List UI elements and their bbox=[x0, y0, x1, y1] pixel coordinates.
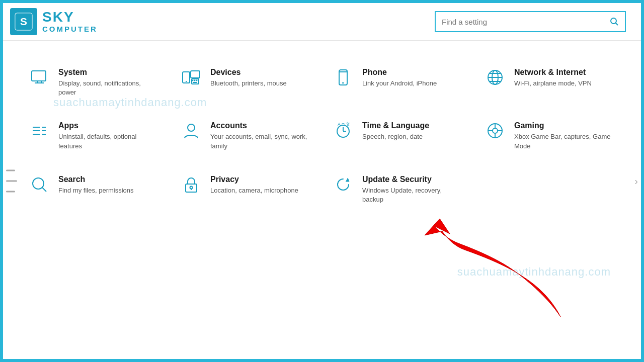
logo-sky-text: SKY bbox=[42, 10, 98, 25]
search-title: Search bbox=[58, 175, 134, 184]
svg-point-2 bbox=[611, 18, 616, 24]
privacy-title: Privacy bbox=[210, 175, 298, 184]
settings-item-privacy[interactable]: Privacy Location, camera, microphone bbox=[170, 163, 322, 216]
watermark-2: suachuamaytinhdanang.com bbox=[457, 265, 611, 279]
search-button[interactable] bbox=[604, 12, 625, 31]
system-desc: Display, sound, notifications, power bbox=[58, 79, 160, 97]
search-input[interactable] bbox=[436, 18, 604, 26]
svg-point-42 bbox=[33, 178, 44, 189]
apps-desc: Uninstall, defaults, optional features bbox=[58, 132, 160, 150]
settings-item-time[interactable]: A 文 Time & Language Speech, region, date bbox=[322, 109, 474, 162]
system-icon bbox=[28, 68, 50, 87]
svg-point-30 bbox=[188, 124, 195, 131]
search-box bbox=[435, 11, 626, 32]
svg-line-3 bbox=[616, 23, 618, 26]
search-settings-icon bbox=[28, 175, 50, 194]
network-title: Network & Internet bbox=[514, 68, 592, 77]
svg-rect-4 bbox=[32, 71, 46, 81]
network-icon bbox=[484, 68, 506, 87]
privacy-text: Privacy Location, camera, microphone bbox=[210, 175, 298, 195]
devices-title: Devices bbox=[210, 68, 287, 77]
settings-item-system[interactable]: System Display, sound, notifications, po… bbox=[18, 56, 170, 109]
gaming-text: Gaming Xbox Game Bar, captures, Game Mod… bbox=[514, 121, 616, 150]
time-title: Time & Language bbox=[362, 121, 429, 130]
search-desc: Find my files, permissions bbox=[58, 186, 134, 195]
svg-rect-44 bbox=[186, 184, 197, 192]
devices-desc: Bluetooth, printers, mouse bbox=[210, 79, 287, 88]
settings-item-phone[interactable]: Phone Link your Android, iPhone bbox=[322, 56, 474, 109]
update-desc: Windows Update, recovery, backup bbox=[362, 186, 464, 204]
phone-desc: Link your Android, iPhone bbox=[362, 79, 437, 88]
settings-item-network[interactable]: Network & Internet Wi-Fi, airplane mode,… bbox=[474, 56, 626, 109]
time-icon: A 文 bbox=[332, 121, 354, 140]
accounts-title: Accounts bbox=[210, 121, 312, 130]
system-title: System bbox=[58, 68, 160, 77]
logo-area: S SKY COMPUTER bbox=[10, 8, 98, 35]
settings-item-search[interactable]: Search Find my files, permissions bbox=[18, 163, 170, 216]
network-desc: Wi-Fi, airplane mode, VPN bbox=[514, 79, 592, 88]
phone-text: Phone Link your Android, iPhone bbox=[362, 68, 437, 88]
svg-text:文: 文 bbox=[346, 122, 350, 127]
settings-grid: System Display, sound, notifications, po… bbox=[3, 46, 641, 226]
logo-icon: S bbox=[10, 8, 37, 35]
update-title: Update & Security bbox=[362, 175, 464, 184]
search-text: Search Find my files, permissions bbox=[58, 175, 134, 195]
time-desc: Speech, region, date bbox=[362, 132, 429, 141]
apps-text: Apps Uninstall, defaults, optional featu… bbox=[58, 121, 160, 150]
system-text: System Display, sound, notifications, po… bbox=[58, 68, 160, 97]
devices-icon bbox=[180, 68, 202, 87]
update-icon bbox=[332, 175, 354, 194]
apps-icon bbox=[28, 121, 50, 140]
svg-text:A: A bbox=[338, 122, 341, 127]
left-dot-1 bbox=[6, 170, 15, 171]
accounts-desc: Your accounts, email, sync, work, family bbox=[210, 132, 312, 150]
time-text: Time & Language Speech, region, date bbox=[362, 121, 429, 141]
settings-item-update[interactable]: Update & Security Windows Update, recove… bbox=[322, 163, 474, 216]
svg-text:S: S bbox=[20, 16, 27, 27]
privacy-desc: Location, camera, microphone bbox=[210, 186, 298, 195]
logo-computer-text: COMPUTER bbox=[42, 25, 98, 34]
settings-item-devices[interactable]: Devices Bluetooth, printers, mouse bbox=[170, 56, 322, 109]
privacy-icon bbox=[180, 175, 202, 194]
svg-rect-9 bbox=[191, 71, 200, 78]
update-text: Update & Security Windows Update, recove… bbox=[362, 175, 464, 204]
svg-rect-11 bbox=[192, 79, 199, 84]
accounts-icon bbox=[180, 121, 202, 140]
svg-point-37 bbox=[493, 128, 498, 133]
gaming-desc: Xbox Game Bar, captures, Game Mode bbox=[514, 132, 616, 150]
gaming-title: Gaming bbox=[514, 121, 616, 130]
settings-item-accounts[interactable]: Accounts Your accounts, email, sync, wor… bbox=[170, 109, 322, 162]
svg-line-43 bbox=[42, 188, 46, 192]
apps-title: Apps bbox=[58, 121, 160, 130]
settings-item-gaming[interactable]: Gaming Xbox Game Bar, captures, Game Mod… bbox=[474, 109, 626, 162]
left-sidebar-hint bbox=[6, 170, 17, 193]
svg-point-45 bbox=[190, 186, 193, 189]
settings-item-apps[interactable]: Apps Uninstall, defaults, optional featu… bbox=[18, 109, 170, 162]
left-dot-2 bbox=[6, 180, 17, 182]
header: S SKY COMPUTER bbox=[3, 3, 641, 41]
right-sidebar-hint: › bbox=[634, 175, 638, 187]
left-dot-3 bbox=[6, 191, 15, 193]
search-icon bbox=[610, 17, 619, 26]
phone-icon bbox=[332, 68, 354, 87]
network-text: Network & Internet Wi-Fi, airplane mode,… bbox=[514, 68, 592, 88]
phone-title: Phone bbox=[362, 68, 437, 77]
devices-text: Devices Bluetooth, printers, mouse bbox=[210, 68, 287, 88]
right-chevron-icon[interactable]: › bbox=[634, 175, 638, 187]
accounts-text: Accounts Your accounts, email, sync, wor… bbox=[210, 121, 312, 150]
gaming-icon bbox=[484, 121, 506, 140]
logo-text: SKY COMPUTER bbox=[42, 10, 98, 33]
